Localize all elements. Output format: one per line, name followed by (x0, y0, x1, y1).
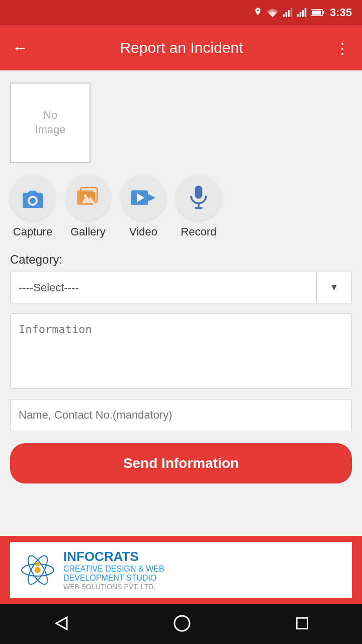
nav-recent-icon (294, 615, 310, 631)
nav-recent-button[interactable] (294, 615, 310, 633)
infocrats-logo-icon (20, 555, 55, 585)
banner-text-block: INFOCRATS CREATIVE DESIGN & WEB DEVELOPM… (63, 549, 164, 591)
category-select-wrapper[interactable]: ----Select---- Accident Crime Fire Other… (10, 272, 352, 303)
svg-point-26 (36, 562, 40, 566)
svg-rect-19 (195, 186, 203, 199)
company-tagline1: CREATIVE DESIGN & WEB (63, 565, 164, 574)
more-options-button[interactable]: ⋮ (335, 39, 350, 57)
status-bar: 3:35 (0, 0, 362, 25)
signal-icon-2 (297, 8, 307, 18)
company-tagline2: DEVELOPMENT STUDIO (63, 574, 164, 583)
svg-rect-3 (291, 8, 292, 17)
nav-back-icon (52, 614, 70, 632)
svg-rect-2 (288, 10, 290, 17)
svg-rect-0 (283, 14, 285, 17)
nav-home-icon (173, 614, 191, 632)
svg-rect-10 (312, 11, 321, 15)
nav-back-button[interactable] (52, 614, 70, 634)
location-icon (253, 7, 262, 18)
video-label: Video (129, 225, 157, 238)
app-bar: ← Report an Incident ⋮ (0, 25, 362, 70)
company-name: INFOCRATS (63, 549, 164, 565)
video-icon (130, 188, 156, 208)
back-button[interactable]: ← (12, 39, 28, 57)
main-content: NoImage Capture Galle (0, 70, 362, 536)
svg-rect-29 (297, 618, 308, 628)
capture-label: Capture (13, 225, 52, 238)
video-icon-circle (121, 175, 166, 220)
media-buttons-row: Capture Gallery (10, 175, 352, 238)
signal-icon-1 (283, 8, 293, 18)
svg-rect-4 (297, 14, 299, 17)
gallery-icon-circle (65, 175, 111, 220)
banner-inner: INFOCRATS CREATIVE DESIGN & WEB DEVELOPM… (10, 542, 352, 598)
svg-point-28 (174, 616, 190, 631)
svg-rect-9 (323, 11, 324, 14)
gallery-button[interactable]: Gallery (65, 175, 111, 238)
select-arrow-icon: ▼ (316, 272, 351, 303)
nav-bar (0, 604, 362, 644)
svg-marker-27 (56, 617, 67, 629)
svg-rect-5 (300, 12, 301, 17)
page-title: Report an Incident (38, 39, 325, 56)
gallery-label: Gallery (70, 225, 106, 238)
svg-rect-1 (286, 12, 287, 17)
status-icons (253, 7, 325, 18)
footer-banner: INFOCRATS CREATIVE DESIGN & WEB DEVELOPM… (0, 536, 362, 604)
capture-button[interactable]: Capture (10, 175, 55, 238)
gallery-icon (75, 187, 101, 209)
clock: 3:35 (330, 6, 352, 19)
company-sub: WEB SOLUTIONS PVT. LTD. (63, 583, 164, 591)
contact-input[interactable] (10, 399, 352, 431)
mic-icon (188, 185, 210, 211)
camera-icon (21, 188, 45, 208)
battery-icon (311, 9, 325, 17)
capture-icon-circle (10, 175, 55, 220)
svg-point-22 (35, 567, 41, 573)
send-information-button[interactable]: Send Information (10, 443, 352, 484)
record-label: Record (181, 225, 217, 238)
nav-home-button[interactable] (173, 614, 191, 634)
svg-rect-7 (305, 8, 306, 17)
category-label: Category: (10, 253, 352, 267)
wifi-icon (266, 8, 279, 17)
no-image-label: NoImage (35, 108, 65, 137)
information-input[interactable] (10, 313, 352, 389)
category-select[interactable]: ----Select---- Accident Crime Fire Other (11, 272, 316, 303)
svg-marker-17 (148, 194, 155, 202)
svg-point-15 (84, 195, 87, 198)
record-icon-circle (176, 175, 221, 220)
video-button[interactable]: Video (121, 175, 166, 238)
svg-rect-6 (302, 10, 304, 17)
record-button[interactable]: Record (176, 175, 221, 238)
image-placeholder[interactable]: NoImage (10, 83, 90, 163)
